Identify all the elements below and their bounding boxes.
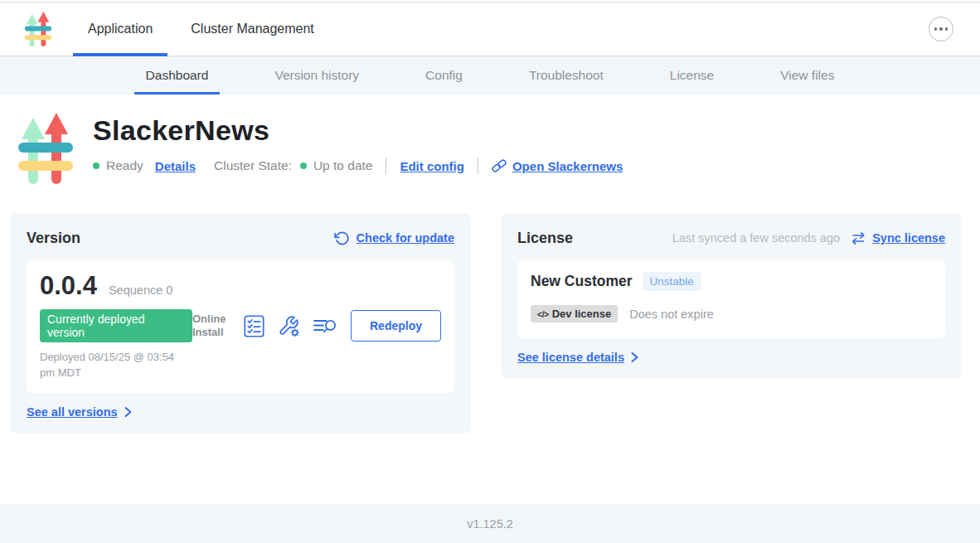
license-expiry-text: Does not expire <box>629 308 714 321</box>
page-title: SlackerNews <box>93 114 623 147</box>
see-license-details-link[interactable]: See license details <box>517 351 624 364</box>
main-content: SlackerNews Ready Details Cluster State:… <box>0 95 980 504</box>
config-wrench-icon[interactable] <box>277 315 300 337</box>
customer-name: New Customer <box>531 273 633 290</box>
chain-link-icon <box>492 158 507 173</box>
tab-label: Version history <box>274 68 359 83</box>
app-status-dot-icon <box>93 162 99 169</box>
tab-label: Troubleshoot <box>529 68 604 83</box>
console-version-label: v1.125.2 <box>467 517 513 531</box>
app-logo-icon <box>23 11 53 47</box>
nav-tab-cluster-management[interactable]: Cluster Management <box>176 2 329 56</box>
nav-tab-label: Cluster Management <box>191 22 314 36</box>
nav-spacer <box>329 2 929 56</box>
nav-tab-label: Application <box>88 22 153 36</box>
tab-troubleshoot[interactable]: Troubleshoot <box>517 56 615 95</box>
see-all-versions-row: See all versions <box>27 405 454 419</box>
tab-license[interactable]: License <box>658 56 725 95</box>
preflight-checks-icon[interactable] <box>244 315 264 337</box>
license-type-badge: </> Dev license <box>531 305 618 322</box>
version-number: 0.0.4 <box>40 271 97 301</box>
version-card-title: Version <box>27 230 80 247</box>
edit-config-link[interactable]: Edit config <box>400 159 464 173</box>
tab-view-files[interactable]: View files <box>769 56 846 95</box>
app-status-row: Ready Details Cluster State: Up to date … <box>93 158 623 174</box>
check-for-update-link[interactable]: Check for update <box>334 230 454 246</box>
divider <box>478 158 478 174</box>
last-synced-text: Last synced a few seconds ago <box>672 231 840 245</box>
details-link[interactable]: Details <box>155 159 196 173</box>
cluster-status-dot-icon <box>300 162 307 169</box>
cluster-state-label: Cluster State: <box>214 158 292 173</box>
version-info: 0.0.4 Sequence 0 Currently deployed vers… <box>40 271 192 381</box>
license-card-header: License Last synced a few seconds ago Sy… <box>517 228 945 248</box>
tab-dashboard[interactable]: Dashboard <box>134 56 221 95</box>
license-details-panel: New Customer Unstable </> Dev license Do… <box>517 259 945 338</box>
deployed-timestamp: Deployed 08/15/25 @ 03:54 pm MDT <box>40 350 187 381</box>
app-header: SlackerNews Ready Details Cluster State:… <box>17 111 980 186</box>
ellipsis-icon <box>934 27 938 31</box>
license-card-title: License <box>517 230 573 247</box>
tab-config[interactable]: Config <box>414 56 474 95</box>
app-header-text: SlackerNews Ready Details Cluster State:… <box>93 111 623 186</box>
sequence-label: Sequence 0 <box>109 284 172 297</box>
see-license-details-row: See license details <box>517 351 945 364</box>
tab-label: License <box>670 68 714 83</box>
install-type-label: Online Install <box>192 313 232 340</box>
refresh-icon <box>334 230 350 246</box>
tab-label: Config <box>425 68 463 83</box>
divider <box>386 158 386 174</box>
channel-badge: Unstable <box>643 272 701 291</box>
tab-version-history[interactable]: Version history <box>263 56 371 95</box>
app-logo-large-icon <box>17 111 75 186</box>
current-version-panel: 0.0.4 Sequence 0 Currently deployed vers… <box>27 259 454 393</box>
version-action-icons <box>244 315 337 337</box>
diff-release-notes-icon[interactable] <box>313 316 337 336</box>
chevron-right-icon <box>124 406 133 418</box>
deployed-status-badge: Currently deployed version <box>40 309 192 342</box>
version-actions: Online Install <box>192 310 441 342</box>
overflow-menu-button[interactable] <box>929 17 953 41</box>
app-sub-nav: Dashboard Version history Config Trouble… <box>0 56 980 95</box>
version-number-row: 0.0.4 Sequence 0 <box>40 271 192 301</box>
version-card-header: Version Check for update <box>27 228 454 248</box>
sync-license-link[interactable]: Sync license <box>872 231 945 245</box>
version-card: Version Check for update 0.0.4 Sequ <box>10 213 471 434</box>
customer-row: New Customer Unstable <box>531 272 932 291</box>
nav-tab-application[interactable]: Application <box>73 2 167 56</box>
license-card: License Last synced a few seconds ago Sy… <box>501 213 962 379</box>
app-footer: v1.125.2 <box>0 504 980 543</box>
cluster-state-value: Up to date <box>313 158 373 173</box>
sync-arrows-icon <box>850 231 866 245</box>
tab-label: Dashboard <box>146 68 209 83</box>
chevron-right-icon <box>630 351 639 363</box>
tab-label: View files <box>780 68 834 83</box>
see-all-versions-link[interactable]: See all versions <box>27 405 118 419</box>
dashboard-cards: Version Check for update 0.0.4 Sequ <box>10 213 962 434</box>
open-app-link[interactable]: Open Slackernews <box>492 158 623 173</box>
code-icon: </> <box>537 309 549 319</box>
top-nav: Application Cluster Management <box>0 2 980 56</box>
app-status-text: Ready <box>106 158 143 173</box>
redeploy-button[interactable]: Redeploy <box>351 310 441 342</box>
license-type-row: </> Dev license Does not expire <box>531 305 932 322</box>
